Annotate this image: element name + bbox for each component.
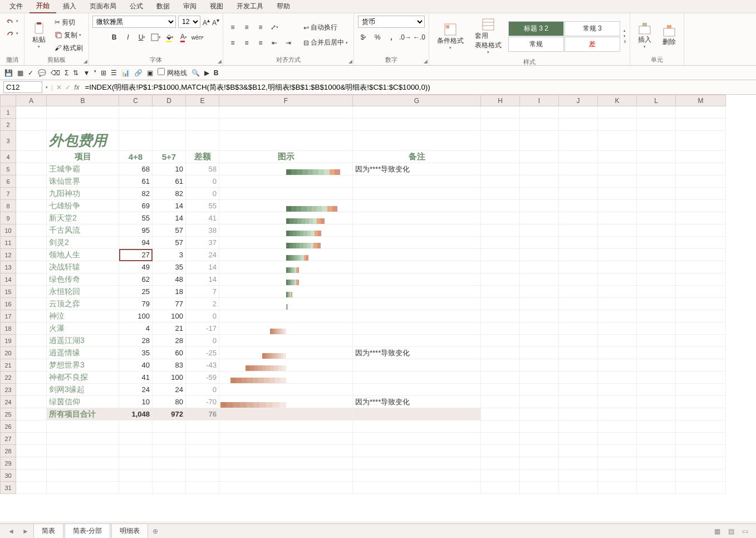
row-header-17[interactable]: 17 [1, 310, 16, 322]
qat-tool-icon[interactable]: ▦ [17, 69, 23, 77]
cell-A6[interactable] [16, 175, 47, 188]
cell-J2[interactable] [559, 119, 598, 131]
cell-K11[interactable] [598, 237, 637, 249]
cell-I28[interactable] [520, 445, 559, 457]
cell-L19[interactable] [637, 335, 676, 347]
cell-M5[interactable] [676, 163, 726, 175]
cell-I7[interactable] [520, 188, 559, 200]
cell-E10[interactable]: 38 [186, 224, 219, 237]
row-header-7[interactable]: 7 [1, 188, 16, 200]
cell-K15[interactable] [598, 286, 637, 298]
cell-G5[interactable]: 因为****导致变化 [353, 163, 481, 175]
row-header-5[interactable]: 5 [1, 163, 16, 175]
cell-A11[interactable] [16, 237, 47, 249]
cell-C18[interactable]: 4 [119, 322, 153, 335]
cell-A5[interactable] [16, 163, 47, 175]
cell-J4[interactable] [559, 151, 598, 163]
cell-I21[interactable] [520, 359, 559, 371]
cell-M21[interactable] [676, 359, 726, 371]
col-header-A[interactable]: A [16, 95, 47, 106]
cell-D12[interactable]: 3 [153, 249, 186, 261]
increase-indent-button[interactable]: ⇥ [282, 37, 294, 49]
cell-J13[interactable] [559, 261, 598, 273]
comma-button[interactable]: , [385, 31, 397, 43]
italic-button[interactable]: I [122, 31, 134, 43]
cell-J12[interactable] [559, 249, 598, 261]
cell-E21[interactable]: -43 [186, 359, 219, 371]
cell-F5[interactable] [219, 163, 353, 175]
cell-H2[interactable] [481, 119, 520, 131]
cell-J25[interactable] [559, 408, 598, 420]
cell-G26[interactable] [353, 420, 481, 433]
cell-K16[interactable] [598, 298, 637, 310]
cell-I23[interactable] [520, 384, 559, 396]
row-header-28[interactable]: 28 [1, 445, 16, 457]
row-header-30[interactable]: 30 [1, 469, 16, 482]
cell-B13[interactable]: 决战轩辕 [47, 261, 119, 273]
align-dialog-icon[interactable]: ◢ [348, 58, 352, 64]
undo-button[interactable]: ▾ [3, 16, 21, 27]
cell-C8[interactable]: 69 [119, 200, 153, 212]
cell-E27[interactable] [186, 433, 219, 445]
qat-group-icon[interactable]: ⊞ [101, 69, 106, 77]
cell-H31[interactable] [481, 482, 520, 494]
cell-E26[interactable] [186, 420, 219, 433]
cell-C15[interactable]: 25 [119, 286, 153, 298]
cell-K4[interactable] [598, 151, 637, 163]
col-header-F[interactable]: F [219, 95, 353, 106]
cell-D9[interactable]: 14 [153, 212, 186, 224]
cell-F11[interactable] [219, 237, 353, 249]
row-header-9[interactable]: 9 [1, 212, 16, 224]
cell-J11[interactable] [559, 237, 598, 249]
cell-I26[interactable] [520, 420, 559, 433]
redo-button[interactable]: ▾ [3, 28, 21, 39]
cell-I13[interactable] [520, 261, 559, 273]
cell-B29[interactable] [47, 457, 119, 469]
cell-E4[interactable]: 差额 [186, 151, 219, 163]
row-header-1[interactable]: 1 [1, 106, 16, 119]
cell-E3[interactable] [186, 131, 219, 151]
cell-M18[interactable] [676, 322, 726, 335]
cell-K13[interactable] [598, 261, 637, 273]
cell-I31[interactable] [520, 482, 559, 494]
cell-H20[interactable] [481, 347, 520, 359]
cell-H30[interactable] [481, 469, 520, 482]
cell-L10[interactable] [637, 224, 676, 237]
cell-J20[interactable] [559, 347, 598, 359]
row-header-8[interactable]: 8 [1, 200, 16, 212]
cell-M8[interactable] [676, 200, 726, 212]
cell-G25[interactable] [353, 408, 481, 420]
cell-B5[interactable]: 王城争霸 [47, 163, 119, 175]
cell-D31[interactable] [153, 482, 186, 494]
cell-F4[interactable]: 图示 [219, 151, 353, 163]
cell-I14[interactable] [520, 273, 559, 286]
cell-F10[interactable] [219, 224, 353, 237]
currency-button[interactable]: $▾ [357, 31, 370, 43]
cell-A17[interactable] [16, 310, 47, 322]
cell-A28[interactable] [16, 445, 47, 457]
cell-C28[interactable] [119, 445, 153, 457]
cell-M23[interactable] [676, 384, 726, 396]
cell-B4[interactable]: 项目 [47, 151, 119, 163]
col-header-C[interactable]: C [119, 95, 153, 106]
font-dialog-icon[interactable]: ◢ [218, 58, 222, 64]
cell-L13[interactable] [637, 261, 676, 273]
cell-H28[interactable] [481, 445, 520, 457]
cell-J16[interactable] [559, 298, 598, 310]
cell-E1[interactable] [186, 106, 219, 119]
row-header-20[interactable]: 20 [1, 347, 16, 359]
phonetic-button[interactable]: wén▾ [192, 31, 204, 43]
accept-formula-icon[interactable]: ✓ [65, 84, 71, 91]
cell-D21[interactable]: 83 [153, 359, 186, 371]
cell-H21[interactable] [481, 359, 520, 371]
cell-B24[interactable]: 绿茵信仰 [47, 396, 119, 408]
qat-sum-icon[interactable]: Σ [65, 69, 68, 77]
row-header-26[interactable]: 26 [1, 420, 16, 433]
cell-D25[interactable]: 972 [153, 408, 186, 420]
cell-G30[interactable] [353, 469, 481, 482]
cell-K18[interactable] [598, 322, 637, 335]
cell-A26[interactable] [16, 420, 47, 433]
row-header-4[interactable]: 4 [1, 151, 16, 163]
cell-H23[interactable] [481, 384, 520, 396]
cell-A12[interactable] [16, 249, 47, 261]
